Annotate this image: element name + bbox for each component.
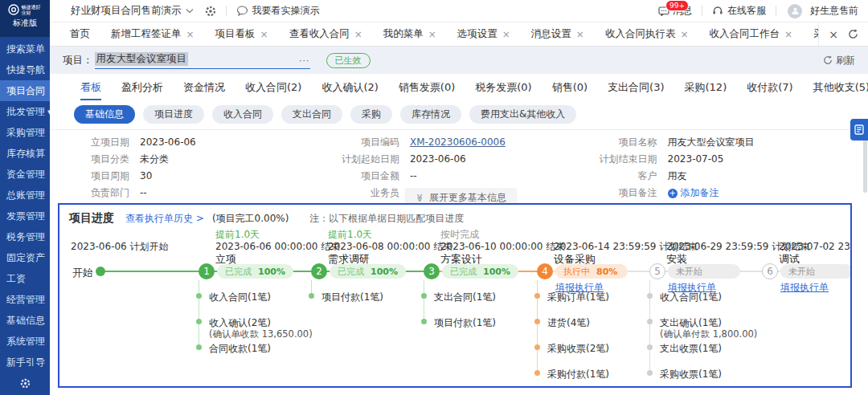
timeline-item[interactable]: 采购付款(1笔) bbox=[547, 368, 609, 381]
detail-tab-9[interactable]: 支出合同(3) bbox=[608, 80, 664, 100]
stage-status-label: 已完成 bbox=[338, 266, 364, 278]
fill-execution-link[interactable]: 填报执行单 bbox=[668, 281, 716, 295]
add-note-link[interactable]: +添加备注 bbox=[668, 187, 719, 199]
detail-tab-1[interactable]: 看板 bbox=[80, 80, 101, 100]
tab-close-icon[interactable]: × bbox=[502, 29, 510, 40]
tab-5[interactable]: 我的菜单× bbox=[373, 22, 447, 46]
tab-4[interactable]: 查看收入合同× bbox=[279, 22, 373, 46]
fill-execution-link[interactable]: 填报执行单 bbox=[555, 281, 604, 295]
support-button[interactable]: 在线客服 bbox=[712, 4, 766, 18]
sidebar-item-12[interactable]: 工资 bbox=[0, 268, 50, 289]
section-pill-4[interactable]: 支出合同 bbox=[281, 105, 342, 124]
sidebar-item-7[interactable]: 资金管理 bbox=[0, 164, 50, 185]
detail-tab-5[interactable]: 收入确认(2) bbox=[321, 80, 378, 100]
tab-6[interactable]: 选项设置× bbox=[447, 22, 521, 46]
reload-tabs-icon[interactable] bbox=[848, 29, 858, 39]
timeline-item[interactable]: 合同收款(1笔) bbox=[209, 342, 271, 356]
refresh-button[interactable]: 刷新 bbox=[823, 54, 855, 67]
sidebar-item-15[interactable]: 系统管理 bbox=[0, 331, 50, 352]
timeline-item[interactable]: 采购收票(1笔) bbox=[660, 368, 722, 381]
tab-label: 首页 bbox=[70, 27, 90, 41]
sidebar-item-1[interactable]: 搜索菜单 bbox=[0, 39, 50, 59]
fill-execution-link[interactable]: 填报执行单 bbox=[780, 281, 829, 295]
section-pill-1[interactable]: 基础信息 bbox=[74, 105, 135, 124]
tab-2[interactable]: 新增工程签证单× bbox=[100, 22, 205, 46]
feedback-flyout-button[interactable] bbox=[850, 119, 868, 140]
tab-10[interactable]: 采购订单× bbox=[803, 22, 818, 46]
stage-node-4: 4 bbox=[537, 263, 553, 279]
stage-status-pill: 执行中80% bbox=[555, 264, 628, 279]
timeline-item[interactable]: 项目付款(1笔) bbox=[434, 316, 496, 330]
workspace-selector[interactable]: 好业财项目合同售前演示 bbox=[71, 4, 194, 18]
detail-tab-6[interactable]: 销售发票(0) bbox=[399, 80, 455, 100]
project-more-button[interactable]: ··· bbox=[299, 55, 310, 66]
execution-history-link[interactable]: 查看执行单历史 > bbox=[125, 212, 204, 226]
tab-close-icon[interactable]: × bbox=[784, 29, 792, 40]
sidebar-item-9[interactable]: 发票管理 bbox=[0, 206, 50, 226]
username: 好生意售前 bbox=[810, 4, 858, 18]
sidebar-item-8[interactable]: 总账管理 bbox=[0, 185, 50, 206]
tab-3[interactable]: 项目看板× bbox=[205, 22, 279, 46]
sidebar-gear-icon[interactable] bbox=[0, 378, 50, 391]
section-pill-3[interactable]: 收入合同 bbox=[212, 105, 273, 124]
detail-tab-3[interactable]: 资金情况 bbox=[183, 80, 225, 100]
tab-close-icon[interactable]: × bbox=[428, 29, 436, 40]
info-row: 项目分类未分类 bbox=[50, 153, 320, 165]
project-select-input[interactable]: 用友大型会议室项目 ··· bbox=[95, 52, 310, 69]
project-code-link[interactable]: XM-20230606-0006 bbox=[410, 136, 506, 149]
section-pill-7[interactable]: 费用支出&其他收入 bbox=[469, 105, 576, 124]
detail-tab-2[interactable]: 盈利分析 bbox=[121, 80, 163, 100]
tab-1[interactable]: 首页 bbox=[59, 22, 100, 46]
info-row: 项目名称用友大型会议室项目 bbox=[578, 136, 864, 149]
timeline-item[interactable]: 进货(4笔) bbox=[547, 316, 590, 330]
sidebar-item-5[interactable]: 采购管理 bbox=[0, 122, 50, 143]
info-label: 项目金额 bbox=[320, 170, 410, 182]
tab-close-icon[interactable]: × bbox=[576, 29, 584, 40]
tab-7[interactable]: 消息设置× bbox=[521, 22, 595, 46]
sidebar-item-11[interactable]: 固定资产 bbox=[0, 247, 50, 268]
sidebar-item-label: 搜索菜单 bbox=[6, 43, 45, 55]
timeline-item[interactable]: 项目付款(1笔) bbox=[321, 291, 383, 304]
detail-tab-10[interactable]: 采购(12) bbox=[685, 80, 727, 100]
timeline-item[interactable]: 收入合同(1笔) bbox=[209, 291, 271, 304]
close-all-tabs-icon[interactable]: × bbox=[829, 28, 838, 41]
item-dot bbox=[647, 344, 653, 350]
section-pill-5[interactable]: 采购 bbox=[350, 105, 392, 124]
sidebar-item-2[interactable]: 快捷导航 bbox=[0, 59, 50, 80]
tab-close-icon[interactable]: × bbox=[680, 29, 688, 40]
info-value: 用友 bbox=[668, 170, 687, 182]
timeline-item[interactable]: 支出合同(1笔) bbox=[434, 291, 496, 304]
detail-tab-8[interactable]: 销售(0) bbox=[552, 80, 588, 100]
demo-link[interactable]: 我要看实操演示 bbox=[236, 4, 320, 18]
gear-icon[interactable] bbox=[205, 6, 216, 17]
detail-tab-11[interactable]: 收付款(7) bbox=[747, 80, 792, 100]
tab-9[interactable]: 收入合同工作台× bbox=[698, 22, 803, 46]
tab-close-icon[interactable]: × bbox=[354, 29, 362, 40]
user-menu[interactable]: 好生意售前 bbox=[786, 4, 858, 18]
timeline-item[interactable]: 支出收票(1笔) bbox=[660, 342, 722, 356]
timeline-item[interactable]: 采购收票(2笔) bbox=[547, 342, 609, 356]
sidebar-item-3[interactable]: 项目合同 bbox=[0, 80, 50, 101]
messages-button[interactable]: 99+ 消息 bbox=[658, 4, 692, 18]
scrollbar-thumb[interactable] bbox=[863, 133, 867, 193]
tab-8[interactable]: 收入合同执行表× bbox=[595, 22, 699, 46]
tab-close-icon[interactable]: × bbox=[186, 29, 194, 40]
progress-header: 项目进度 查看执行单历史 > (项目完工0.00%) 注：以下根据单据日期匹配项… bbox=[59, 205, 850, 226]
tab-close-icon[interactable]: × bbox=[260, 29, 268, 40]
sidebar-item-6[interactable]: 库存核算 bbox=[0, 143, 50, 164]
sidebar-item-14[interactable]: 基础信息 bbox=[0, 310, 50, 331]
detail-tab-12[interactable]: 其他收支(5) bbox=[813, 80, 868, 100]
sidebar-item-16[interactable]: 新手引导 bbox=[0, 352, 50, 373]
workspace-name: 好业财项目合同售前演示 bbox=[71, 4, 182, 18]
sidebar-item-13[interactable]: 经营管理 bbox=[0, 289, 50, 310]
sidebar-item-10[interactable]: 税务管理 bbox=[0, 226, 50, 247]
timeline-item-amount: (确认单付款 1,800.00) bbox=[660, 328, 757, 340]
info-value: 2023-06-06 bbox=[410, 153, 466, 165]
info-column-3: 项目名称用友大型会议室项目计划结束日期2023-07-05客户用友项目备注+添加… bbox=[578, 136, 864, 204]
section-pill-2[interactable]: 项目进度 bbox=[143, 105, 204, 124]
detail-tab-4[interactable]: 收入合同(2) bbox=[245, 80, 301, 100]
sidebar-item-4[interactable]: 批发管理▼ bbox=[0, 101, 50, 122]
section-pill-6[interactable]: 库存情况 bbox=[400, 105, 461, 124]
detail-tab-7[interactable]: 税务发票(0) bbox=[475, 80, 531, 100]
stage-percent: 100% bbox=[483, 267, 510, 277]
